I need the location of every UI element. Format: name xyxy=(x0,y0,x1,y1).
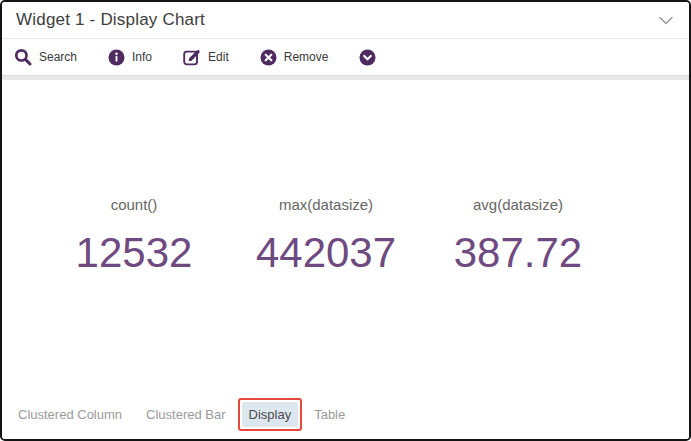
metrics-row: count() 12532 max(datasize) 442037 avg(d… xyxy=(38,196,614,277)
edit-icon xyxy=(183,48,201,66)
tab-table[interactable]: Table xyxy=(314,407,345,422)
search-label: Search xyxy=(39,50,77,64)
titlebar: Widget 1 - Display Chart xyxy=(2,2,689,39)
annotation-highlight-box: Display xyxy=(238,398,303,431)
metric-label-avg: avg(datasize) xyxy=(422,196,614,213)
search-icon xyxy=(14,48,32,66)
metric-avg-datasize: avg(datasize) 387.72 xyxy=(422,196,614,277)
metric-value-count: 12532 xyxy=(38,229,230,277)
info-button[interactable]: Info xyxy=(108,49,152,66)
remove-label: Remove xyxy=(284,50,329,64)
info-circle-icon xyxy=(108,49,125,66)
chevron-down-icon xyxy=(659,13,673,28)
remove-button[interactable]: Remove xyxy=(260,49,329,66)
edit-label: Edit xyxy=(208,50,229,64)
metric-label-max: max(datasize) xyxy=(230,196,422,213)
metric-value-max: 442037 xyxy=(230,229,422,277)
metric-count: count() 12532 xyxy=(38,196,230,277)
tab-clustered-column[interactable]: Clustered Column xyxy=(18,407,122,422)
toolbar: Search Info Edit xyxy=(2,39,689,75)
info-label: Info xyxy=(132,50,152,64)
search-button[interactable]: Search xyxy=(14,48,77,66)
chart-type-tabs: Clustered Column Clustered Bar Display T… xyxy=(18,398,345,431)
metric-max-datasize: max(datasize) 442037 xyxy=(230,196,422,277)
remove-circle-icon xyxy=(260,49,277,66)
metric-label-count: count() xyxy=(38,196,230,213)
widget-window: Widget 1 - Display Chart Search xyxy=(0,0,691,441)
tab-display[interactable]: Display xyxy=(242,402,299,427)
collapse-toolbar-button[interactable] xyxy=(359,49,376,66)
content-area: count() 12532 max(datasize) 442037 avg(d… xyxy=(2,80,689,439)
widget-title: Widget 1 - Display Chart xyxy=(16,10,205,30)
metric-value-avg: 387.72 xyxy=(422,229,614,277)
tab-clustered-bar[interactable]: Clustered Bar xyxy=(146,407,225,422)
collapse-widget-button[interactable] xyxy=(659,13,673,28)
edit-button[interactable]: Edit xyxy=(183,48,229,66)
chevron-down-circle-icon xyxy=(359,49,376,66)
